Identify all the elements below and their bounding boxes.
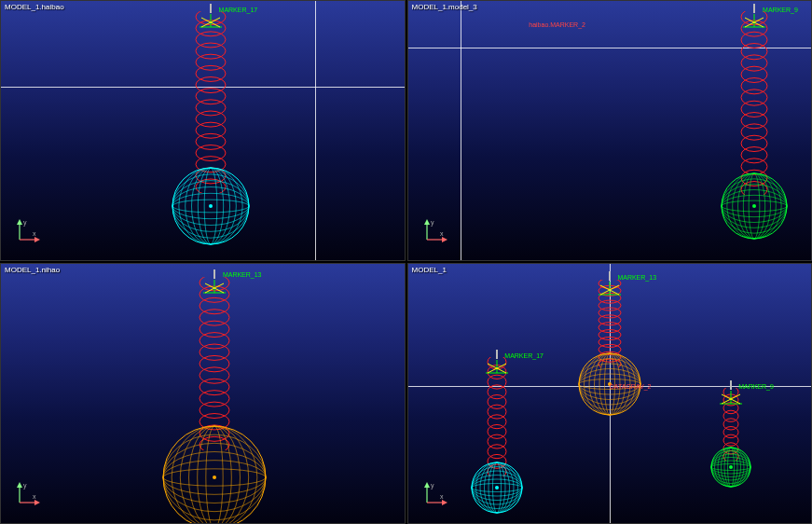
svg-marker-110 bbox=[34, 500, 40, 505]
svg-point-95 bbox=[181, 426, 249, 524]
svg-marker-35 bbox=[34, 237, 40, 242]
sphere[interactable] bbox=[162, 425, 267, 524]
viewport-0[interactable]: MODEL_1.haibaoMARKER_17yx bbox=[0, 0, 406, 261]
svg-point-164 bbox=[495, 486, 499, 490]
marker-label[interactable]: MARKER_9 bbox=[763, 7, 798, 13]
model-title: MODEL_1.nihao bbox=[5, 266, 60, 274]
spring[interactable] bbox=[740, 11, 768, 199]
sphere[interactable] bbox=[710, 447, 751, 491]
sphere[interactable] bbox=[721, 172, 788, 243]
model-title: MODEL_1.model_3 bbox=[412, 3, 477, 11]
model-title: MODEL_1 bbox=[412, 266, 447, 274]
svg-point-102 bbox=[213, 476, 216, 479]
marker-label[interactable]: MARKER_13 bbox=[223, 271, 262, 278]
sphere[interactable] bbox=[172, 167, 250, 249]
rod bbox=[730, 380, 732, 390]
svg-marker-108 bbox=[17, 482, 22, 488]
rod bbox=[213, 269, 215, 279]
svg-text:x: x bbox=[440, 493, 444, 500]
svg-text:x: x bbox=[33, 230, 36, 237]
datagrav-label[interactable]: haibao.MARKER_2 bbox=[529, 21, 585, 28]
svg-marker-73 bbox=[442, 237, 447, 242]
sphere[interactable] bbox=[471, 462, 523, 517]
rod bbox=[210, 4, 212, 13]
svg-point-65 bbox=[752, 204, 756, 208]
crosshair-v bbox=[461, 1, 461, 260]
svg-point-96 bbox=[172, 426, 257, 524]
svg-text:y: y bbox=[23, 482, 27, 490]
viewport-2[interactable]: MODEL_1.nihaoMARKER_13yx bbox=[0, 263, 406, 524]
svg-point-93 bbox=[198, 426, 232, 524]
marker-label[interactable]: MARKER_17 bbox=[219, 7, 258, 13]
svg-text:x: x bbox=[440, 230, 444, 237]
svg-text:y: y bbox=[431, 482, 434, 490]
viewport-1[interactable]: MODEL_1.model_3MARKER_9haibao.MARKER_2yx bbox=[407, 0, 813, 261]
svg-point-92 bbox=[206, 426, 223, 524]
crosshair-v bbox=[315, 1, 316, 260]
marker-icon[interactable] bbox=[194, 14, 227, 34]
svg-point-91 bbox=[163, 426, 266, 524]
datagrav-label[interactable]: DATAGRAV_2 bbox=[610, 383, 652, 390]
marker-label[interactable]: MARKER_13 bbox=[617, 274, 656, 281]
model-title: MODEL_1.haibao bbox=[5, 3, 64, 11]
svg-point-189 bbox=[729, 465, 733, 469]
marker-label[interactable]: MARKER_9 bbox=[738, 383, 774, 390]
rod bbox=[609, 271, 611, 281]
svg-marker-33 bbox=[17, 219, 22, 225]
viewport-3[interactable]: MODEL_1MARKER_13MARKER_17MARKER_9DATAGRA… bbox=[407, 263, 813, 524]
marker-icon[interactable] bbox=[714, 391, 748, 411]
marker-icon[interactable] bbox=[480, 360, 514, 380]
svg-text:x: x bbox=[33, 493, 36, 500]
rod bbox=[496, 350, 498, 359]
marker-label[interactable]: MARKER_17 bbox=[504, 352, 544, 359]
svg-point-27 bbox=[209, 204, 213, 208]
rod bbox=[753, 4, 755, 13]
svg-marker-71 bbox=[424, 219, 430, 225]
marker-icon[interactable] bbox=[737, 14, 771, 34]
svg-text:y: y bbox=[23, 219, 27, 227]
marker-icon[interactable] bbox=[198, 280, 231, 300]
svg-marker-197 bbox=[442, 500, 447, 505]
marker-icon[interactable] bbox=[593, 282, 626, 302]
svg-marker-195 bbox=[424, 482, 430, 488]
svg-text:y: y bbox=[431, 219, 434, 227]
